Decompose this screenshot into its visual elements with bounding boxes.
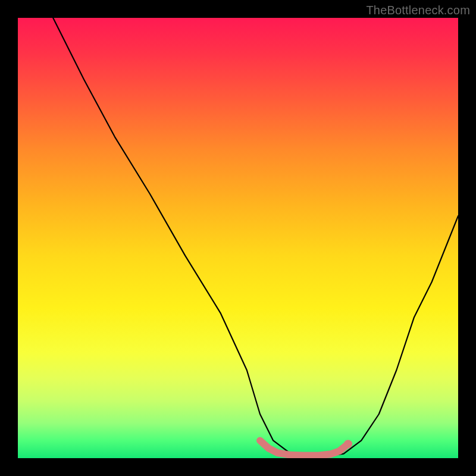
watermark-text: TheBottleneck.com — [366, 4, 470, 17]
optimal-range-marker-path — [260, 440, 348, 455]
bottleneck-curve-path — [53, 18, 458, 456]
plot-area — [18, 18, 458, 458]
chart-frame: TheBottleneck.com — [0, 0, 476, 476]
marker-dot — [344, 440, 352, 448]
curve-svg — [18, 18, 458, 458]
